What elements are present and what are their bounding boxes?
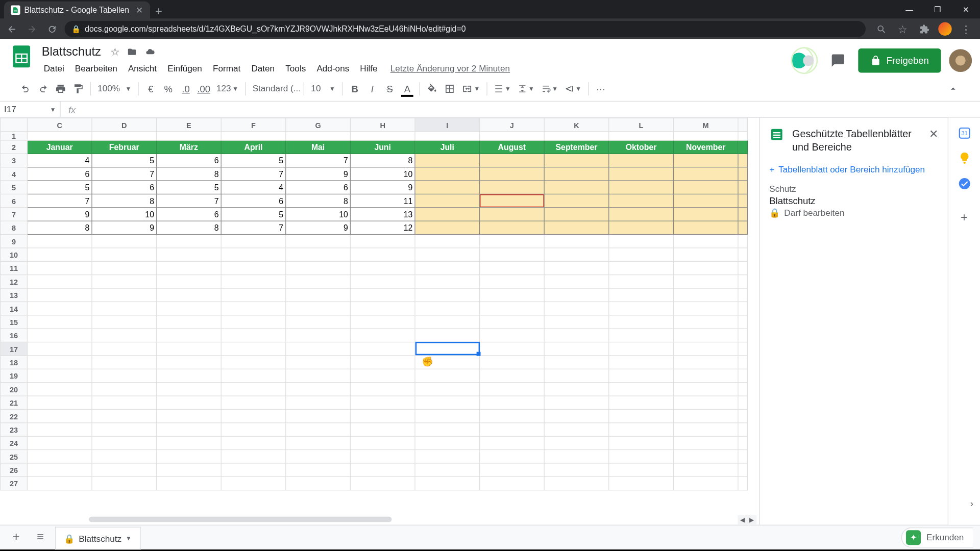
row-header[interactable]: 3 [1,154,28,167]
cell[interactable]: 11 [350,194,415,207]
cell[interactable] [544,423,609,436]
add-sheet-button[interactable]: + [7,528,26,547]
cell[interactable] [480,275,545,288]
cell[interactable] [415,288,480,302]
cell[interactable] [221,235,286,248]
row-header[interactable]: 5 [1,181,28,194]
row-header[interactable]: 25 [1,450,28,463]
cell[interactable] [480,181,545,194]
cell[interactable] [27,235,92,248]
cell[interactable] [286,315,351,329]
cell[interactable]: 6 [157,208,222,221]
cell[interactable]: 13 [350,208,415,221]
cell[interactable] [221,302,286,315]
print-button[interactable] [53,80,69,97]
cell[interactable] [480,356,545,369]
menu-format[interactable]: Format [208,61,246,76]
cell[interactable] [415,423,480,436]
fill-color-button[interactable] [424,80,440,97]
cell[interactable] [673,383,738,396]
cell[interactable] [27,329,92,342]
cell[interactable] [544,342,609,356]
cell[interactable] [350,369,415,382]
cell[interactable] [480,342,545,356]
cell[interactable] [157,463,222,477]
cell[interactable] [92,409,157,422]
cell[interactable] [221,315,286,329]
sheets-logo-icon[interactable] [8,43,35,70]
cell[interactable] [286,342,351,356]
last-edit-link[interactable]: Letzte Änderung vor 2 Minuten [390,63,510,73]
cell[interactable] [480,302,545,315]
cell[interactable] [673,132,738,140]
cell[interactable] [609,194,674,207]
cell[interactable] [544,208,609,221]
cell[interactable] [544,396,609,409]
cell[interactable] [480,409,545,422]
window-minimize-icon[interactable]: — [895,0,923,19]
cell[interactable]: Juli [415,140,480,154]
back-button[interactable] [4,21,19,36]
cell[interactable] [673,194,738,207]
cell[interactable] [92,463,157,477]
cell[interactable] [544,302,609,315]
cell[interactable] [480,132,545,140]
cell[interactable] [415,463,480,477]
cell[interactable] [544,383,609,396]
cell[interactable] [415,208,480,221]
cell[interactable] [92,288,157,302]
cell[interactable] [673,275,738,288]
cell[interactable] [673,248,738,261]
spreadsheet-grid[interactable]: CDEFGHIJKLM12JanuarFebruarMärzAprilMaiJu… [0,118,759,525]
cell[interactable] [157,342,222,356]
row-header[interactable]: 7 [1,208,28,221]
cell[interactable] [92,477,157,490]
cell[interactable] [286,436,351,449]
cell[interactable] [92,369,157,382]
cell[interactable] [544,436,609,449]
cell[interactable]: 9 [92,221,157,234]
cell[interactable] [415,194,480,207]
cell[interactable] [673,181,738,194]
cell[interactable] [221,383,286,396]
cell[interactable]: 9 [27,208,92,221]
cell[interactable] [27,369,92,382]
cell[interactable] [415,132,480,140]
cell[interactable] [673,208,738,221]
cell[interactable] [27,302,92,315]
cell[interactable] [157,329,222,342]
menu-data[interactable]: Daten [247,61,279,76]
column-header[interactable]: J [480,118,545,131]
cell[interactable] [221,423,286,436]
cell[interactable] [544,181,609,194]
grammarly-badge-icon[interactable] [791,47,818,74]
cell[interactable] [157,369,222,382]
cell[interactable] [415,342,480,356]
window-maximize-icon[interactable]: ❐ [923,0,951,19]
cell[interactable] [221,132,286,140]
row-header[interactable]: 27 [1,477,28,490]
cell[interactable] [415,302,480,315]
cell[interactable] [609,423,674,436]
menu-file[interactable]: Datei [39,61,68,76]
cell[interactable] [609,221,674,234]
cell[interactable] [415,396,480,409]
cell[interactable] [673,342,738,356]
cell[interactable] [480,235,545,248]
cell[interactable] [350,275,415,288]
cell[interactable]: 7 [221,167,286,181]
cell[interactable]: 7 [286,154,351,167]
cell[interactable]: 6 [92,181,157,194]
cell[interactable] [609,275,674,288]
row-header[interactable]: 19 [1,369,28,382]
browser-profile-avatar[interactable] [938,22,951,36]
cell[interactable] [673,423,738,436]
cell[interactable]: 6 [27,167,92,181]
cell[interactable] [221,356,286,369]
cell[interactable] [92,235,157,248]
cell[interactable]: April [221,140,286,154]
new-tab-button[interactable]: + [150,5,167,19]
cell[interactable] [609,167,674,181]
cell[interactable] [221,463,286,477]
cell[interactable] [286,248,351,261]
